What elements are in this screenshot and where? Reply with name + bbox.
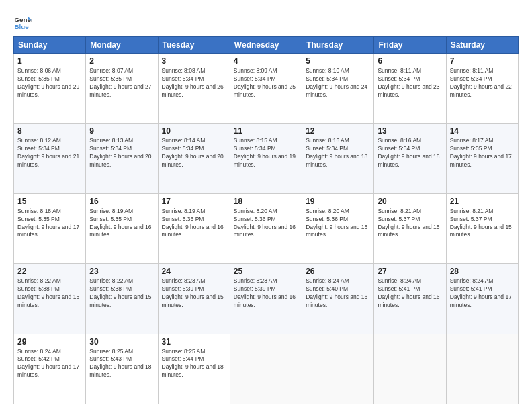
calendar-body: 1Sunrise: 8:06 AMSunset: 5:35 PMDaylight… bbox=[14, 54, 519, 404]
top-section: General Blue bbox=[13, 12, 519, 31]
day-number: 7 bbox=[450, 56, 515, 66]
calendar-week-row: 8Sunrise: 8:12 AMSunset: 5:34 PMDaylight… bbox=[14, 124, 519, 193]
calendar-cell: 6Sunrise: 8:11 AMSunset: 5:34 PMDaylight… bbox=[374, 54, 446, 124]
day-info: Sunrise: 8:20 AMSunset: 5:36 PMDaylight:… bbox=[234, 208, 298, 240]
day-info: Sunrise: 8:25 AMSunset: 5:43 PMDaylight:… bbox=[89, 348, 154, 380]
page: General Blue SundayMondayTuesdayWednesda… bbox=[0, 0, 532, 411]
calendar-week-row: 15Sunrise: 8:18 AMSunset: 5:35 PMDayligh… bbox=[14, 193, 519, 263]
day-number: 21 bbox=[450, 197, 515, 206]
calendar-cell: 8Sunrise: 8:12 AMSunset: 5:34 PMDaylight… bbox=[14, 124, 86, 193]
day-info: Sunrise: 8:24 AMSunset: 5:41 PMDaylight:… bbox=[378, 277, 442, 310]
calendar-cell: 31Sunrise: 8:25 AMSunset: 5:44 PMDayligh… bbox=[158, 334, 230, 404]
calendar-cell: 5Sunrise: 8:10 AMSunset: 5:34 PMDaylight… bbox=[302, 54, 374, 124]
day-info: Sunrise: 8:18 AMSunset: 5:35 PMDaylight:… bbox=[17, 208, 82, 240]
calendar-cell: 13Sunrise: 8:16 AMSunset: 5:34 PMDayligh… bbox=[374, 124, 446, 193]
day-number: 8 bbox=[17, 126, 82, 136]
day-number: 19 bbox=[306, 197, 370, 206]
calendar-week-row: 1Sunrise: 8:06 AMSunset: 5:35 PMDaylight… bbox=[14, 54, 519, 124]
weekday-header: Tuesday bbox=[158, 37, 230, 54]
weekday-header: Thursday bbox=[302, 37, 374, 54]
day-number: 13 bbox=[378, 126, 442, 136]
day-info: Sunrise: 8:22 AMSunset: 5:38 PMDaylight:… bbox=[17, 277, 82, 310]
day-number: 10 bbox=[162, 126, 226, 136]
day-info: Sunrise: 8:10 AMSunset: 5:34 PMDaylight:… bbox=[306, 67, 370, 99]
day-info: Sunrise: 8:16 AMSunset: 5:34 PMDaylight:… bbox=[378, 137, 442, 169]
calendar-cell: 9Sunrise: 8:13 AMSunset: 5:34 PMDaylight… bbox=[86, 124, 158, 193]
day-number: 31 bbox=[162, 337, 226, 347]
day-number: 23 bbox=[89, 267, 154, 276]
day-info: Sunrise: 8:21 AMSunset: 5:37 PMDaylight:… bbox=[378, 208, 442, 240]
day-info: Sunrise: 8:23 AMSunset: 5:39 PMDaylight:… bbox=[162, 277, 226, 310]
calendar-cell: 2Sunrise: 8:07 AMSunset: 5:35 PMDaylight… bbox=[86, 54, 158, 124]
calendar-cell: 25Sunrise: 8:23 AMSunset: 5:39 PMDayligh… bbox=[230, 264, 302, 334]
calendar-cell: 14Sunrise: 8:17 AMSunset: 5:35 PMDayligh… bbox=[446, 124, 518, 193]
day-info: Sunrise: 8:24 AMSunset: 5:42 PMDaylight:… bbox=[17, 348, 82, 380]
day-number: 28 bbox=[450, 267, 515, 276]
day-info: Sunrise: 8:24 AMSunset: 5:40 PMDaylight:… bbox=[306, 277, 370, 310]
calendar-week-row: 22Sunrise: 8:22 AMSunset: 5:38 PMDayligh… bbox=[14, 264, 519, 334]
calendar-cell: 4Sunrise: 8:09 AMSunset: 5:34 PMDaylight… bbox=[230, 54, 302, 124]
day-info: Sunrise: 8:11 AMSunset: 5:34 PMDaylight:… bbox=[450, 67, 515, 99]
calendar-cell: 29Sunrise: 8:24 AMSunset: 5:42 PMDayligh… bbox=[14, 334, 86, 404]
calendar-cell: 3Sunrise: 8:08 AMSunset: 5:34 PMDaylight… bbox=[158, 54, 230, 124]
day-number: 4 bbox=[234, 56, 298, 66]
calendar-cell: 12Sunrise: 8:16 AMSunset: 5:34 PMDayligh… bbox=[302, 124, 374, 193]
day-number: 3 bbox=[162, 56, 226, 66]
calendar-cell: 7Sunrise: 8:11 AMSunset: 5:34 PMDaylight… bbox=[446, 54, 518, 124]
day-number: 2 bbox=[89, 56, 154, 66]
day-info: Sunrise: 8:08 AMSunset: 5:34 PMDaylight:… bbox=[162, 67, 226, 99]
day-info: Sunrise: 8:24 AMSunset: 5:41 PMDaylight:… bbox=[450, 277, 515, 310]
calendar-cell: 16Sunrise: 8:19 AMSunset: 5:35 PMDayligh… bbox=[86, 193, 158, 263]
calendar-cell: 17Sunrise: 8:19 AMSunset: 5:36 PMDayligh… bbox=[158, 193, 230, 263]
day-number: 29 bbox=[17, 337, 82, 347]
calendar-table: SundayMondayTuesdayWednesdayThursdayFrid… bbox=[13, 36, 519, 404]
day-number: 18 bbox=[234, 197, 298, 206]
calendar-cell: 10Sunrise: 8:14 AMSunset: 5:34 PMDayligh… bbox=[158, 124, 230, 193]
day-info: Sunrise: 8:19 AMSunset: 5:36 PMDaylight:… bbox=[162, 208, 226, 240]
svg-text:Blue: Blue bbox=[14, 23, 29, 30]
calendar-cell bbox=[230, 334, 302, 404]
day-info: Sunrise: 8:09 AMSunset: 5:34 PMDaylight:… bbox=[234, 67, 298, 99]
calendar-cell: 21Sunrise: 8:21 AMSunset: 5:37 PMDayligh… bbox=[446, 193, 518, 263]
weekday-header: Monday bbox=[86, 37, 158, 54]
day-number: 30 bbox=[89, 337, 154, 347]
day-info: Sunrise: 8:11 AMSunset: 5:34 PMDaylight:… bbox=[378, 67, 442, 99]
day-info: Sunrise: 8:25 AMSunset: 5:44 PMDaylight:… bbox=[162, 348, 226, 380]
day-number: 27 bbox=[378, 267, 442, 276]
calendar-cell: 1Sunrise: 8:06 AMSunset: 5:35 PMDaylight… bbox=[14, 54, 86, 124]
day-number: 1 bbox=[17, 56, 82, 66]
calendar-cell: 23Sunrise: 8:22 AMSunset: 5:38 PMDayligh… bbox=[86, 264, 158, 334]
calendar-week-row: 29Sunrise: 8:24 AMSunset: 5:42 PMDayligh… bbox=[14, 334, 519, 404]
calendar-header-row: SundayMondayTuesdayWednesdayThursdayFrid… bbox=[14, 37, 519, 54]
day-info: Sunrise: 8:14 AMSunset: 5:34 PMDaylight:… bbox=[162, 137, 226, 169]
day-number: 12 bbox=[306, 126, 370, 136]
day-number: 24 bbox=[162, 267, 226, 276]
day-number: 22 bbox=[17, 267, 82, 276]
day-number: 6 bbox=[378, 56, 442, 66]
day-info: Sunrise: 8:06 AMSunset: 5:35 PMDaylight:… bbox=[17, 67, 82, 99]
day-number: 11 bbox=[234, 126, 298, 136]
day-info: Sunrise: 8:20 AMSunset: 5:36 PMDaylight:… bbox=[306, 208, 370, 240]
logo: General Blue bbox=[13, 12, 32, 31]
calendar-cell: 28Sunrise: 8:24 AMSunset: 5:41 PMDayligh… bbox=[446, 264, 518, 334]
weekday-header: Wednesday bbox=[230, 37, 302, 54]
day-number: 5 bbox=[306, 56, 370, 66]
weekday-header: Saturday bbox=[446, 37, 518, 54]
calendar-cell bbox=[446, 334, 518, 404]
day-number: 26 bbox=[306, 267, 370, 276]
calendar-cell: 30Sunrise: 8:25 AMSunset: 5:43 PMDayligh… bbox=[86, 334, 158, 404]
day-number: 9 bbox=[89, 126, 154, 136]
day-number: 17 bbox=[162, 197, 226, 206]
day-info: Sunrise: 8:17 AMSunset: 5:35 PMDaylight:… bbox=[450, 137, 515, 169]
day-info: Sunrise: 8:15 AMSunset: 5:34 PMDaylight:… bbox=[234, 137, 298, 169]
day-number: 14 bbox=[450, 126, 515, 136]
weekday-header: Sunday bbox=[14, 37, 86, 54]
day-info: Sunrise: 8:19 AMSunset: 5:35 PMDaylight:… bbox=[89, 208, 154, 240]
day-number: 15 bbox=[17, 197, 82, 206]
calendar-cell: 20Sunrise: 8:21 AMSunset: 5:37 PMDayligh… bbox=[374, 193, 446, 263]
day-info: Sunrise: 8:13 AMSunset: 5:34 PMDaylight:… bbox=[89, 137, 154, 169]
day-number: 20 bbox=[378, 197, 442, 206]
calendar-cell bbox=[302, 334, 374, 404]
calendar-cell: 26Sunrise: 8:24 AMSunset: 5:40 PMDayligh… bbox=[302, 264, 374, 334]
calendar-cell: 24Sunrise: 8:23 AMSunset: 5:39 PMDayligh… bbox=[158, 264, 230, 334]
